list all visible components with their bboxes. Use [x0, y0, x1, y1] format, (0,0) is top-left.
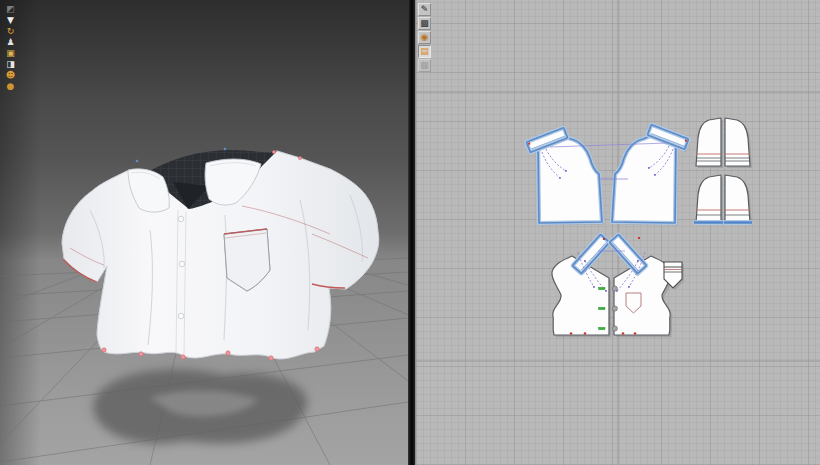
panel-divider[interactable] [408, 0, 415, 465]
cloth-tool-icon[interactable]: ◨ [3, 59, 18, 70]
avatar-head-icon[interactable]: ☻ [3, 70, 18, 81]
avatar-display-icon[interactable]: ♟ [3, 37, 18, 48]
edit-pattern-icon[interactable]: ▩ [418, 17, 431, 30]
3d-scene [0, 0, 408, 465]
3d-view-toolbar: ◩▼↻♟▣◨☻● [3, 4, 18, 92]
garment-display-icon[interactable]: ▼ [3, 15, 18, 26]
pattern-sleeve-top[interactable] [696, 118, 752, 168]
garment-shadow [93, 369, 307, 443]
garment-3d-shirt[interactable] [62, 148, 379, 360]
show-garment-fit-icon[interactable]: ▣ [3, 48, 18, 59]
2d-view-toolbar: ✎▩◉▤▦ [418, 3, 431, 72]
3d-garment-viewport[interactable]: ◩▼↻♟▣◨☻● [0, 0, 408, 465]
pattern-sleeve-bottom[interactable] [694, 175, 752, 225]
2d-pattern-viewport[interactable]: ✎▩◉▤▦ [415, 0, 820, 465]
sync-play-icon[interactable]: ↻ [3, 26, 18, 37]
simulate-icon[interactable]: ◩ [3, 4, 18, 15]
fabric-texture-icon[interactable]: ▤ [418, 45, 431, 58]
measure-icon: ▦ [418, 59, 431, 72]
bind-sphere-icon[interactable]: ● [3, 81, 18, 92]
edit-sewing-icon[interactable]: ◉ [418, 31, 431, 44]
pattern-guides [416, 0, 820, 465]
transform-pattern-icon[interactable]: ✎ [418, 3, 431, 16]
2d-scene [416, 0, 820, 465]
garment-design-app: ◩▼↻♟▣◨☻● [0, 0, 820, 465]
